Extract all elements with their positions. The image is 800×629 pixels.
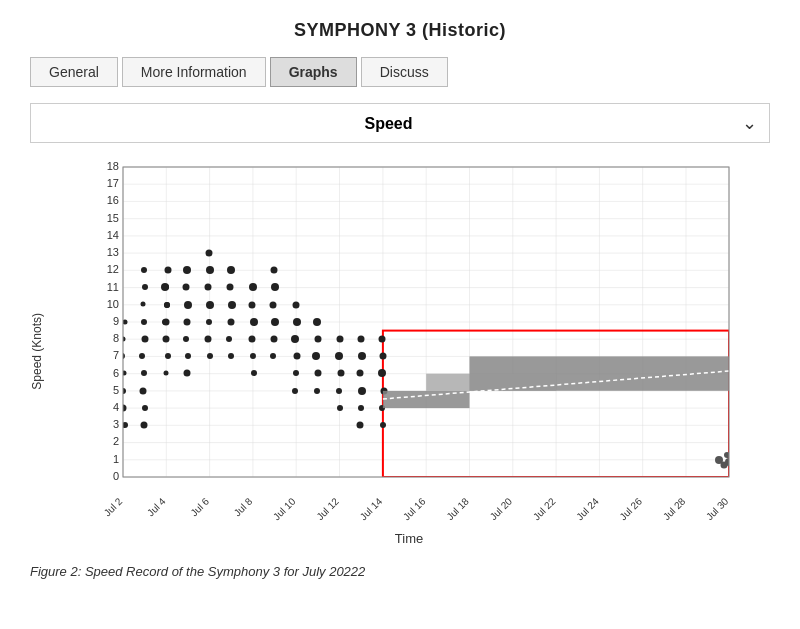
svg-point-144	[336, 388, 342, 394]
chart-inner: 0 1 2 3 4 5 6 7 8 9 10 11 12	[48, 157, 770, 546]
svg-point-110	[205, 336, 212, 343]
svg-point-132	[291, 335, 299, 343]
svg-point-121	[249, 336, 256, 343]
svg-text:12: 12	[107, 263, 119, 275]
svg-rect-160	[426, 374, 556, 391]
svg-point-133	[294, 353, 301, 360]
svg-text:3: 3	[113, 418, 119, 430]
svg-text:Jul 6: Jul 6	[188, 495, 211, 518]
svg-text:14: 14	[107, 229, 119, 241]
svg-point-105	[206, 250, 213, 257]
svg-text:Jul 24: Jul 24	[574, 495, 601, 522]
svg-point-80	[140, 388, 147, 395]
svg-point-149	[358, 387, 366, 395]
svg-point-99	[183, 284, 190, 291]
svg-text:7: 7	[113, 349, 119, 361]
svg-text:17: 17	[107, 177, 119, 189]
svg-point-116	[226, 336, 232, 342]
svg-point-96	[165, 353, 171, 359]
svg-point-153	[378, 369, 386, 377]
svg-point-129	[270, 353, 276, 359]
svg-point-107	[205, 284, 212, 291]
page-title: SYMPHONY 3 (Historic)	[30, 20, 770, 41]
svg-point-120	[250, 318, 258, 326]
svg-point-103	[185, 353, 191, 359]
y-axis-label: Speed (Knots)	[30, 313, 44, 390]
svg-point-74	[122, 371, 127, 376]
svg-point-83	[142, 336, 149, 343]
chart-svg-wrap: 0 1 2 3 4 5 6 7 8 9 10 11 12	[48, 157, 770, 527]
svg-point-139	[315, 370, 322, 377]
tab-graphs[interactable]: Graphs	[270, 57, 357, 87]
tab-more-information[interactable]: More Information	[122, 57, 266, 87]
svg-point-113	[227, 284, 234, 291]
svg-text:Jul 26: Jul 26	[617, 495, 644, 522]
svg-point-85	[141, 302, 146, 307]
svg-point-81	[141, 370, 147, 376]
svg-text:Jul 2: Jul 2	[102, 495, 125, 518]
svg-point-117	[228, 353, 234, 359]
svg-text:8: 8	[113, 332, 119, 344]
svg-point-134	[293, 370, 299, 376]
svg-point-78	[141, 422, 148, 429]
svg-point-145	[337, 405, 343, 411]
svg-point-82	[139, 353, 145, 359]
svg-text:1: 1	[113, 453, 119, 465]
tab-bar: General More Information Graphs Discuss	[30, 57, 770, 87]
svg-text:0: 0	[113, 470, 119, 482]
svg-text:Jul 28: Jul 28	[661, 495, 688, 522]
svg-point-156	[380, 422, 386, 428]
svg-point-138	[312, 352, 320, 360]
svg-point-108	[206, 301, 214, 309]
svg-text:Jul 10: Jul 10	[271, 495, 298, 522]
svg-point-157	[379, 336, 386, 343]
svg-text:Jul 30: Jul 30	[704, 495, 731, 522]
svg-text:Jul 16: Jul 16	[401, 495, 428, 522]
svg-text:13: 13	[107, 246, 119, 258]
x-axis-label: Time	[48, 531, 770, 546]
svg-point-109	[206, 319, 212, 325]
svg-point-123	[251, 370, 257, 376]
page-wrapper: SYMPHONY 3 (Historic) General More Infor…	[0, 0, 800, 599]
svg-point-102	[183, 336, 189, 342]
svg-point-98	[183, 266, 191, 274]
figure-caption: Figure 2: Speed Record of the Symphony 3…	[30, 564, 770, 579]
svg-text:Jul 12: Jul 12	[314, 495, 341, 522]
svg-text:5: 5	[113, 384, 119, 396]
svg-point-140	[314, 388, 320, 394]
svg-point-114	[228, 301, 236, 309]
svg-point-124	[271, 267, 278, 274]
svg-text:10: 10	[107, 298, 119, 310]
svg-point-97	[164, 371, 169, 376]
svg-text:11: 11	[107, 281, 119, 293]
svg-point-94	[162, 319, 168, 325]
svg-point-91	[165, 267, 172, 274]
dropdown-row[interactable]: Speed Heading Position ⌄	[30, 103, 770, 143]
graph-type-select[interactable]: Speed Heading Position	[43, 115, 734, 132]
svg-point-119	[249, 302, 256, 309]
svg-point-150	[358, 405, 364, 411]
svg-point-128	[271, 336, 278, 343]
svg-point-131	[293, 318, 301, 326]
svg-text:18: 18	[107, 160, 119, 172]
svg-point-137	[315, 336, 322, 343]
svg-point-86	[142, 284, 148, 290]
svg-point-112	[227, 266, 235, 274]
svg-point-101	[184, 319, 191, 326]
svg-text:16: 16	[107, 194, 119, 206]
svg-point-106	[206, 266, 214, 274]
svg-point-147	[358, 352, 366, 360]
svg-text:Jul 4: Jul 4	[145, 495, 168, 518]
tab-general[interactable]: General	[30, 57, 118, 87]
svg-point-130	[293, 302, 300, 309]
svg-point-126	[270, 302, 277, 309]
svg-point-127	[271, 318, 279, 326]
svg-point-75	[119, 353, 125, 359]
svg-point-136	[313, 318, 321, 326]
tab-discuss[interactable]: Discuss	[361, 57, 448, 87]
svg-point-148	[357, 370, 364, 377]
svg-point-79	[142, 405, 148, 411]
svg-point-92	[163, 284, 169, 290]
svg-point-104	[184, 370, 191, 377]
svg-point-125	[271, 283, 279, 291]
